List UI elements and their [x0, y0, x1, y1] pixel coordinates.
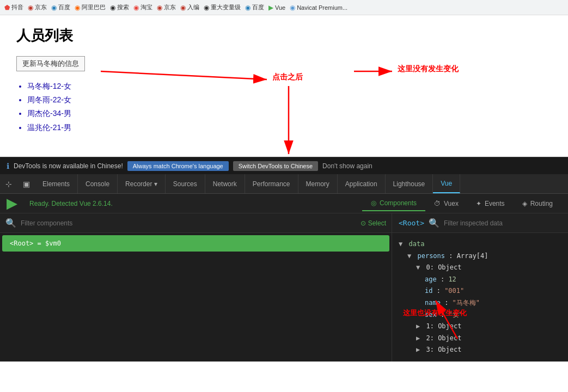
tree-persons-row: ▼ persons : Array[4]: [399, 250, 561, 262]
tab-recorder[interactable]: Recorder ▾: [118, 174, 166, 193]
tab-console[interactable]: Console: [78, 174, 118, 193]
tab-sources[interactable]: Sources: [166, 174, 205, 193]
inspector-search-icon: 🔍: [429, 218, 439, 228]
list-item: 温兆伦-21-男: [27, 121, 552, 134]
inspector-header: <Root> 🔍: [392, 213, 568, 233]
switch-chinese-button[interactable]: Switch DevTools to Chinese: [233, 161, 318, 171]
inspector-panel: <Root> 🔍 ▼ data ▼ persons : Array[4] ▼ 0…: [392, 213, 568, 362]
root-component-item[interactable]: <Root> = $vm0: [2, 235, 389, 252]
bookmark-bigchange[interactable]: ◉ 重大变量级: [204, 3, 241, 11]
dismiss-button[interactable]: Don't show again: [322, 162, 372, 170]
annotation-click-after: 点击之后: [272, 72, 303, 82]
info-icon: ℹ: [7, 162, 9, 170]
devtools-notification: ℹ DevTools is now available in Chinese! …: [0, 157, 568, 174]
tab-vue[interactable]: Vue: [433, 174, 460, 193]
tab-memory[interactable]: Memory: [298, 174, 338, 193]
tab-lighthouse[interactable]: Lighthouse: [386, 174, 433, 193]
tree-id-row: id : "001": [399, 285, 561, 297]
page-title: 人员列表: [16, 26, 552, 45]
tab-performance[interactable]: Performance: [245, 174, 298, 193]
routing-icon: ◈: [522, 200, 527, 207]
vue-header: ▶ Ready. Detected Vue 2.6.14. ◎ Componen…: [0, 194, 568, 213]
always-match-button[interactable]: Always match Chrome's language: [127, 161, 229, 171]
tree-name-row: name : "马冬梅": [399, 297, 561, 309]
box-icon-btn[interactable]: ▣: [17, 174, 35, 193]
page-content: 人员列表 更新马冬梅的信息 马冬梅-12-女 周冬雨-22-女 周杰伦-34-男…: [0, 15, 568, 157]
tree-item1-row: ▶ 1: Object: [399, 321, 561, 333]
tree-item2-row: ▶ 2: Object: [399, 333, 561, 345]
person-list: 马冬梅-12-女 周冬雨-22-女 周杰伦-34-男 温兆伦-21-男: [16, 79, 552, 134]
vue-nav-components[interactable]: ◎ Components: [362, 196, 425, 211]
vue-panel-body: 🔍 ⊙ Select <Root> = $vm0 <Root> 🔍 ▼ data…: [0, 213, 568, 362]
tree-item0-row: ▼ 0: Object: [399, 262, 561, 274]
vue-nav-events[interactable]: ✦ Events: [467, 196, 514, 211]
bookmark-alibaba[interactable]: ◉ 阿里巴巴: [75, 3, 106, 11]
cursor-icon-btn[interactable]: ⊹: [0, 174, 17, 193]
vue-panel: ▶ Ready. Detected Vue 2.6.14. ◎ Componen…: [0, 194, 568, 362]
components-panel: 🔍 ⊙ Select <Root> = $vm0: [0, 213, 392, 362]
events-icon: ✦: [476, 200, 481, 207]
bookmark-baidu1[interactable]: ◉ 百度: [51, 3, 70, 11]
bookmark-search[interactable]: ◉ 搜索: [110, 3, 129, 11]
vue-nav-vuex[interactable]: ⏱ Vuex: [425, 196, 467, 211]
bookmark-douyin[interactable]: ⬟ 抖音: [4, 3, 23, 11]
tab-elements[interactable]: Elements: [35, 174, 78, 193]
bookmarks-bar: ⬟ 抖音 ◉ 京东 ◉ 百度 ◉ 阿里巴巴 ◉ 搜索 ◉ 淘宝 ◉ 京东 ◉ 入…: [0, 0, 568, 15]
bookmark-rubian[interactable]: ◉ 入编: [180, 3, 199, 11]
data-tree: ▼ data ▼ persons : Array[4] ▼ 0: Object …: [392, 233, 568, 362]
vue-logo-icon: ▶: [7, 196, 16, 211]
tree-item3-row: ▶ 3: Object: [399, 344, 561, 356]
filter-components-input[interactable]: [21, 219, 356, 227]
vuex-icon: ⏱: [434, 200, 441, 207]
search-icon: 🔍: [5, 218, 16, 228]
notification-text: DevTools is now available in Chinese!: [14, 162, 123, 170]
bookmark-taobao[interactable]: ◉ 淘宝: [133, 3, 152, 11]
select-button[interactable]: ⊙ Select: [361, 219, 386, 227]
vue-nav-routing[interactable]: ◈ Routing: [514, 196, 561, 211]
update-button[interactable]: 更新马冬梅的信息: [16, 56, 85, 71]
filter-inspected-input[interactable]: [444, 219, 561, 227]
vue-status-text: Ready. Detected Vue 2.6.14.: [29, 200, 113, 207]
components-search-bar: 🔍 ⊙ Select: [0, 213, 392, 233]
inspector-root-tag: <Root>: [399, 219, 424, 227]
tree-data-row: ▼ data: [399, 238, 561, 250]
devtools-tabs-bar: ⊹ ▣ Elements Console Recorder ▾ Sources …: [0, 174, 568, 194]
tab-network[interactable]: Network: [205, 174, 245, 193]
bookmark-baidu2[interactable]: ◉ 百度: [245, 3, 264, 11]
bookmark-navicat[interactable]: ◉ Navicat Premium...: [290, 4, 347, 11]
vue-nav: ◎ Components ⏱ Vuex ✦ Events ◈ Routing: [362, 196, 561, 211]
bookmark-jd2[interactable]: ◉ 京东: [157, 3, 176, 11]
annotation-no-change-bottom: 这里也没有发生变化: [403, 308, 467, 318]
list-item: 周冬雨-22-女: [27, 93, 552, 107]
annotation-no-change-right: 这里没有发生变化: [398, 64, 459, 74]
list-item: 周杰伦-34-男: [27, 107, 552, 120]
bookmark-vue[interactable]: ▶ Vue: [268, 4, 285, 11]
tree-age-row: age : 12: [399, 274, 561, 286]
bookmark-jd1[interactable]: ◉ 京东: [28, 3, 47, 11]
components-icon: ◎: [371, 199, 376, 207]
tab-application[interactable]: Application: [338, 174, 386, 193]
